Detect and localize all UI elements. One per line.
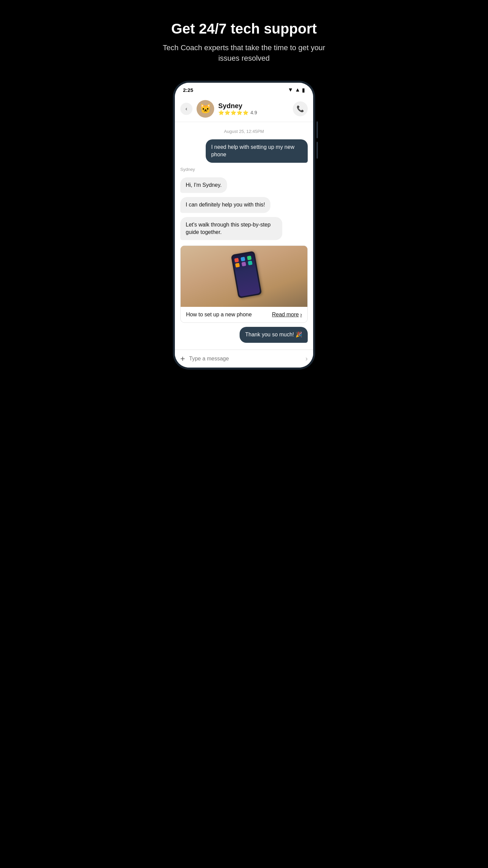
back-button[interactable]: ‹ [180,103,192,115]
signal-icon: ▲ [295,87,300,93]
star-3: ⭐ [230,110,236,115]
app-dot-3 [247,256,252,260]
phone-inner: 2:25 ▼ ▲ ▮ ‹ 🐱 Sydney [175,83,313,368]
messages-area: August 25, 12:45PM I need help with sett… [175,122,313,350]
message-incoming-2: I can definitely help you with this! [180,197,270,213]
chat-container: ‹ 🐱 Sydney ⭐ ⭐ ⭐ ⭐ [175,96,313,368]
input-area: + › [175,350,313,368]
app-dot-4 [235,263,240,268]
call-button[interactable]: 📞 [293,101,308,116]
app-dot-2 [241,257,245,261]
star-half: ⭐ [243,110,248,115]
card-footer: How to set up a new phone Read more › [181,307,307,322]
message-incoming-1: Hi, I'm Sydney. [180,177,227,193]
add-attachment-button[interactable]: + [180,354,185,363]
hero-subtitle: Tech Coach experts that take the time to… [159,43,329,64]
hero-title: Get 24/7 tech support [171,20,317,37]
status-time: 2:25 [183,87,193,93]
app-dot-1 [234,258,239,263]
status-icons: ▼ ▲ ▮ [288,87,305,93]
read-more-link[interactable]: Read more › [272,312,302,318]
battery-icon: ▮ [302,87,305,93]
agent-rating: ⭐ ⭐ ⭐ ⭐ ⭐ 4.9 [218,110,257,115]
message-input[interactable] [189,356,301,362]
phone-frame: 2:25 ▼ ▲ ▮ ‹ 🐱 Sydney [173,81,315,370]
app-dot-6 [248,261,252,265]
rating-value: 4.9 [250,110,257,115]
message-outgoing-2: Thank you so much! 🎉 [240,327,308,342]
sender-label: Sydney [180,167,195,172]
stars: ⭐ ⭐ ⭐ ⭐ ⭐ [218,110,248,115]
header-left: ‹ 🐱 Sydney ⭐ ⭐ ⭐ ⭐ [180,100,257,118]
star-1: ⭐ [218,110,224,115]
agent-details: Sydney ⭐ ⭐ ⭐ ⭐ ⭐ 4.9 [218,102,257,115]
status-bar: 2:25 ▼ ▲ ▮ [175,83,313,96]
card-title: How to set up a new phone [186,312,252,318]
star-2: ⭐ [224,110,230,115]
agent-name: Sydney [218,102,257,110]
chat-header: ‹ 🐱 Sydney ⭐ ⭐ ⭐ ⭐ [175,96,313,122]
star-4: ⭐ [237,110,242,115]
wifi-icon: ▼ [288,87,293,93]
message-incoming-3: Let's walk through this step-by-step gui… [180,217,282,240]
read-more-arrow: › [300,312,302,318]
agent-info: 🐱 Sydney ⭐ ⭐ ⭐ ⭐ ⭐ [197,100,257,118]
card-image [181,246,307,307]
app-dot-5 [242,262,246,267]
read-more-text: Read more [272,312,299,318]
page-wrapper: Get 24/7 tech support Tech Coach experts… [152,0,336,390]
chat-timestamp: August 25, 12:45PM [180,129,308,134]
message-outgoing-1: I need help with setting up my new phone [206,139,308,163]
agent-avatar: 🐱 [197,100,214,118]
content-card: How to set up a new phone Read more › [180,245,308,323]
send-button[interactable]: › [305,355,308,362]
